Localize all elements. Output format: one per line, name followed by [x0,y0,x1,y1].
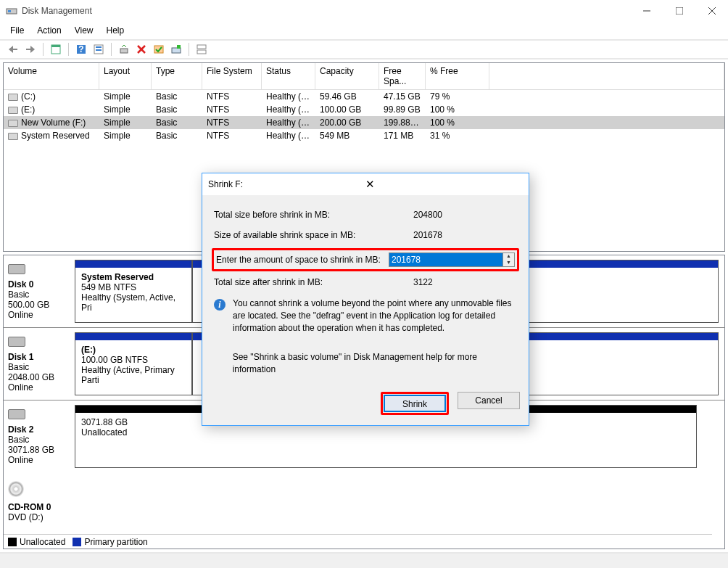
help-icon[interactable]: ? [74,42,88,57]
svg-rect-17 [120,49,128,53]
svg-rect-15 [96,46,102,48]
drive-icon [8,133,18,140]
disk-icon [8,409,25,419]
col-layout[interactable]: Layout [99,63,152,89]
volume-row[interactable]: New Volume (F:)SimpleBasicNTFSHealthy (P… [4,116,724,129]
svg-rect-3 [676,7,683,15]
refresh-icon[interactable] [117,42,131,57]
view-icon[interactable] [49,42,63,57]
legend-unallocated: Unallocated [20,537,65,547]
maximize-button[interactable] [663,0,695,22]
menu-help[interactable]: Help [101,23,131,38]
volume-table-header: Volume Layout Type File System Status Ca… [4,63,724,90]
cancel-button[interactable]: Cancel [458,392,520,409]
volume-row[interactable]: System ReservedSimpleBasicNTFSHealthy (S… [4,129,724,142]
partition[interactable]: System Reserved549 MB NTFSHealthy (Syste… [75,260,192,323]
partition[interactable]: (E:)100.00 GB NTFSHealthy (Active, Prima… [75,332,192,395]
drive-icon [8,120,18,127]
menu-file[interactable]: File [4,23,30,38]
legend-primary-swatch [73,538,81,546]
legend-primary: Primary partition [84,537,147,547]
spin-down-icon[interactable]: ▼ [503,260,514,266]
col-volume[interactable]: Volume [4,63,99,89]
dialog-title: Shrink F: [208,179,363,189]
back-button[interactable] [6,42,20,57]
svg-rect-20 [154,46,163,53]
volume-row[interactable]: (C:)SimpleBasicNTFSHealthy (B...59.46 GB… [4,90,724,103]
menu-action[interactable]: Action [31,23,67,38]
avail-label: Size of available shrink space in MB: [214,230,413,240]
col-status[interactable]: Status [262,63,315,89]
drive-icon [8,94,18,101]
shrink-dialog: Shrink F: ✕ Total size before shrink in … [202,173,529,426]
check-icon[interactable] [152,42,166,57]
drive-icon[interactable] [169,42,183,57]
shrink-amount-label: Enter the amount of space to shrink in M… [216,255,389,265]
col-capacity[interactable]: Capacity [315,63,379,89]
cdrom-name: CD-ROM 0 [8,502,72,512]
legend-unallocated-swatch [8,538,17,546]
disk-icon [8,264,25,274]
info-icon: i [214,299,226,311]
status-bar [0,552,728,568]
help-text: See "Shrink a basic volume" in Disk Mana… [233,351,517,376]
shrink-button[interactable]: Shrink [384,395,446,412]
layout-icon[interactable] [194,42,209,57]
total-after-value: 3122 [413,277,517,287]
app-icon [6,5,17,17]
svg-text:?: ? [78,44,83,54]
spinner[interactable]: ▲▼ [503,252,515,267]
svg-rect-23 [197,45,206,49]
delete-icon[interactable] [134,42,149,57]
total-before-value: 204800 [413,210,517,220]
menu-view[interactable]: View [69,23,99,38]
dialog-close-button[interactable]: ✕ [363,178,523,191]
forward-button[interactable] [23,42,38,57]
col-type[interactable]: Type [152,63,202,89]
svg-rect-1 [8,10,11,12]
close-button[interactable] [695,0,728,22]
total-after-label: Total size after shrink in MB: [214,277,413,287]
minimize-button[interactable] [630,0,663,22]
drive-icon [8,107,18,114]
window-title: Disk Management [22,6,630,16]
cdrom-sub: DVD (D:) [8,512,72,522]
cdrom-icon [8,481,24,497]
svg-marker-6 [9,46,13,53]
svg-rect-22 [177,45,181,49]
spin-up-icon[interactable]: ▲ [503,253,514,260]
total-before-label: Total size before shrink in MB: [214,210,413,220]
svg-rect-21 [172,48,181,53]
svg-rect-24 [197,50,206,54]
col-free[interactable]: Free Spa... [379,63,426,89]
svg-rect-11 [51,45,60,47]
info-text: You cannot shrink a volume beyond the po… [233,297,517,334]
svg-rect-16 [96,49,102,51]
disk-icon [8,337,25,347]
dialog-titlebar[interactable]: Shrink F: ✕ [202,173,529,195]
col-pct[interactable]: % Free [426,63,489,89]
col-fs[interactable]: File System [202,63,262,89]
volume-row[interactable]: (E:)SimpleBasicNTFSHealthy (A...100.00 G… [4,103,724,116]
avail-value: 201678 [413,230,517,240]
settings-icon[interactable] [91,42,106,57]
title-bar: Disk Management [0,0,728,22]
toolbar: ? [0,39,728,59]
shrink-amount-input[interactable] [389,252,503,267]
svg-marker-8 [30,46,35,53]
menu-bar: File Action View Help [0,22,728,39]
legend: Unallocated Primary partition [4,534,712,549]
